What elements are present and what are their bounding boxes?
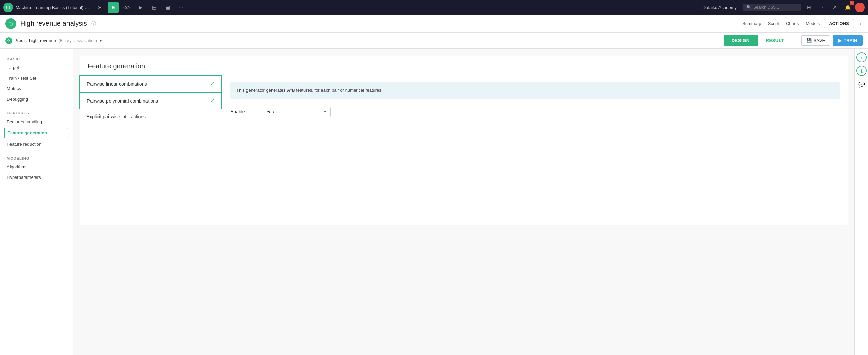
target-icon[interactable]: ⊕ bbox=[108, 2, 119, 13]
sidebar-item-feature-generation[interactable]: Feature generation bbox=[4, 128, 68, 138]
search-box: 🔍 bbox=[743, 4, 801, 11]
pairwise-polynomial-check-icon: ✓ bbox=[210, 98, 215, 104]
sidebar-item-target[interactable]: Target bbox=[0, 62, 73, 73]
monitor-icon[interactable]: ▣ bbox=[162, 2, 173, 13]
comment-right-icon[interactable]: 💬 bbox=[856, 79, 867, 89]
predict-label: ⟳ Predict high_revenue (Binary classific… bbox=[5, 37, 103, 44]
enable-label: Enable bbox=[230, 109, 257, 114]
send-icon[interactable]: ➤ bbox=[94, 2, 105, 13]
brand-icon: ⬡ bbox=[3, 3, 13, 12]
search-input[interactable] bbox=[753, 5, 797, 10]
user-avatar[interactable]: T bbox=[855, 3, 865, 12]
sidebar-item-train-test-set[interactable]: Train / Test Set bbox=[0, 73, 73, 83]
left-sidebar: BASIC Target Train / Test Set Metrics De… bbox=[0, 49, 73, 355]
header-nav: Summary Script Charts Models bbox=[742, 21, 820, 26]
info-right-icon[interactable]: ℹ bbox=[856, 66, 867, 76]
fg-info-bold: A*B bbox=[287, 88, 295, 93]
collapse-arrow-icon[interactable]: › bbox=[858, 19, 863, 28]
basic-section-label: BASIC bbox=[0, 54, 73, 62]
fg-body: Pairwise linear combinations ✓ Pairwise … bbox=[80, 76, 848, 124]
collapse-right-icon[interactable]: ‹ bbox=[856, 52, 867, 62]
fg-enable-row: Enable Yes No bbox=[230, 107, 840, 117]
predict-text: Predict high_revenue (Binary classificat… bbox=[14, 38, 97, 43]
more-icon[interactable]: ··· bbox=[176, 2, 186, 13]
tab-result[interactable]: RESULT bbox=[758, 35, 792, 46]
nav-script[interactable]: Script bbox=[768, 21, 779, 26]
train-play-icon: ▶ bbox=[838, 38, 842, 43]
train-button[interactable]: ▶ TRAIN bbox=[833, 35, 863, 46]
notif-count: 1 bbox=[850, 1, 854, 5]
nav-models[interactable]: Models bbox=[806, 21, 820, 26]
nav-charts[interactable]: Charts bbox=[786, 21, 799, 26]
sidebar-item-debugging[interactable]: Debugging bbox=[0, 94, 73, 104]
fg-list-item-explicit-pairwise[interactable]: Explicit pairwise interactions bbox=[80, 109, 222, 124]
action-buttons: 💾 SAVE ▶ TRAIN bbox=[801, 35, 863, 46]
header-bar: ⬡ High revenue analysis ⓘ Summary Script… bbox=[0, 15, 868, 33]
page-info-icon[interactable]: ⓘ bbox=[91, 21, 96, 27]
fg-list-item-pairwise-polynomial[interactable]: Pairwise polynomial combinations ✓ bbox=[79, 92, 222, 109]
header-brand-icon: ⬡ bbox=[5, 18, 16, 29]
notification-badge[interactable]: 🔔 1 bbox=[842, 2, 853, 13]
academy-button[interactable]: Dataiku Academy bbox=[699, 4, 740, 12]
analytics-icon[interactable]: ↗ bbox=[829, 2, 840, 13]
top-right-icons: ⊞ ? ↗ 🔔 1 T bbox=[804, 2, 865, 13]
play-icon[interactable]: ▶ bbox=[135, 2, 146, 13]
sidebar-item-metrics[interactable]: Metrics bbox=[0, 83, 73, 94]
main-layout: BASIC Target Train / Test Set Metrics De… bbox=[0, 49, 868, 355]
grid-icon[interactable]: ⊞ bbox=[804, 2, 814, 13]
predict-icon: ⟳ bbox=[5, 37, 12, 44]
right-sidebar: ‹ ℹ 💬 bbox=[854, 49, 868, 355]
fg-info-box: This generator generates A*B features, f… bbox=[230, 82, 840, 99]
page-title: High revenue analysis bbox=[20, 20, 87, 27]
save-icon: 💾 bbox=[806, 38, 812, 43]
fg-title: Feature generation bbox=[80, 56, 848, 76]
search-icon: 🔍 bbox=[746, 5, 751, 10]
design-result-tabs: DESIGN RESULT bbox=[724, 35, 792, 46]
pairwise-linear-check-icon: ✓ bbox=[210, 81, 215, 87]
tab-design[interactable]: DESIGN bbox=[724, 35, 758, 46]
sub-header: ⟳ Predict high_revenue (Binary classific… bbox=[0, 33, 868, 49]
enable-select[interactable]: Yes No bbox=[263, 107, 331, 117]
features-section-label: FEATURES bbox=[0, 108, 73, 117]
content-area: Feature generation Pairwise linear combi… bbox=[73, 49, 854, 355]
fg-detail: This generator generates A*B features, f… bbox=[222, 76, 848, 124]
actions-button[interactable]: ACTIONS bbox=[824, 19, 854, 28]
fg-list-item-pairwise-linear[interactable]: Pairwise linear combinations ✓ bbox=[79, 75, 222, 92]
table-icon[interactable]: ▤ bbox=[149, 2, 159, 13]
modeling-section-label: MODELING bbox=[0, 153, 73, 162]
code-icon[interactable]: </> bbox=[121, 2, 132, 13]
fg-list: Pairwise linear combinations ✓ Pairwise … bbox=[80, 76, 222, 124]
help-icon[interactable]: ? bbox=[816, 2, 827, 13]
sidebar-item-feature-reduction[interactable]: Feature reduction bbox=[0, 139, 73, 149]
save-button[interactable]: 💾 SAVE bbox=[801, 35, 830, 46]
sidebar-item-algorithms[interactable]: Algorithms bbox=[0, 162, 73, 172]
sidebar-item-features-handling[interactable]: Features handling bbox=[0, 117, 73, 127]
sidebar-item-hyperparameters[interactable]: Hyperparameters bbox=[0, 172, 73, 183]
project-title: Machine Learning Basics (Tutorial) for D… bbox=[16, 5, 90, 10]
nav-summary[interactable]: Summary bbox=[742, 21, 761, 26]
predict-dropdown-icon[interactable]: ▼ bbox=[99, 39, 103, 43]
feature-generation-panel: Feature generation Pairwise linear combi… bbox=[80, 56, 848, 225]
top-nav: ⬡ Machine Learning Basics (Tutorial) for… bbox=[0, 0, 868, 15]
